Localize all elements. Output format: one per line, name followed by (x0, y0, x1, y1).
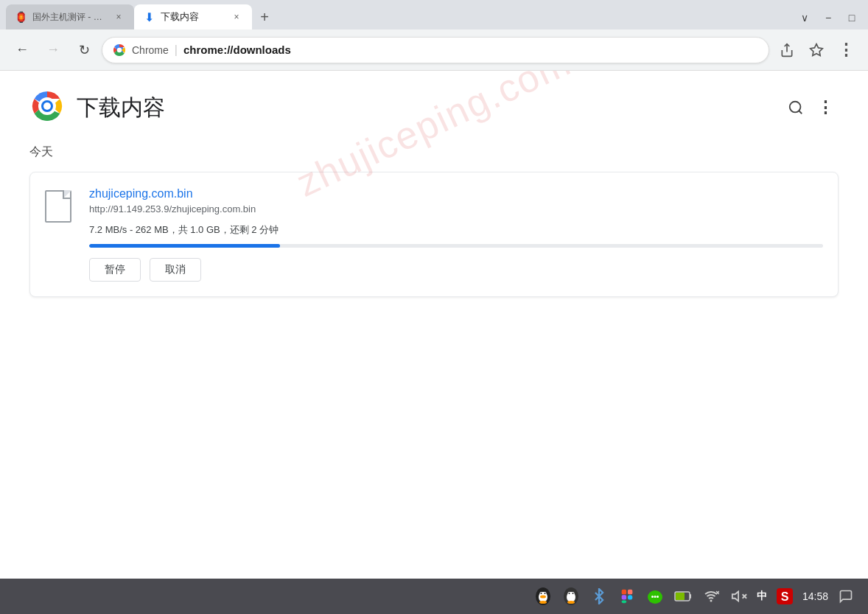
tab-label-2: 下载内容 (161, 10, 199, 24)
progress-bar-background (89, 244, 823, 248)
pause-button[interactable]: 暂停 (89, 258, 141, 282)
svg-point-23 (568, 593, 570, 594)
chrome-menu-button[interactable]: ⋮ (833, 37, 859, 63)
tab-label-1: 国外主机测评 - 国外... (32, 11, 106, 24)
svg-point-15 (540, 593, 542, 594)
header-actions: ⋮ (783, 94, 839, 121)
chevron-down-icon[interactable]: ∨ (794, 10, 815, 25)
more-menu-button[interactable]: ⋮ (812, 94, 839, 121)
downloads-title-group: 下载内容 (29, 88, 165, 127)
tab-close-1[interactable]: × (112, 10, 125, 24)
back-button[interactable]: ← (9, 37, 35, 63)
wifi-icon (701, 586, 721, 607)
taskbar: 中 S 14:58 (0, 579, 868, 614)
address-divider: | (175, 43, 178, 57)
svg-rect-26 (622, 590, 626, 594)
title-bar: 🏮 国外主机测评 - 国外... × ⬇ 下载内容 × + ∨ − □ (0, 0, 868, 29)
svg-rect-27 (628, 590, 632, 594)
nav-bar: ← → ↻ Chrome | chrome://downloads (0, 29, 868, 71)
antivirus-icon[interactable]: S (774, 586, 795, 607)
page-title: 下载内容 (77, 93, 165, 123)
maximize-button[interactable]: □ (841, 10, 862, 25)
download-status: 7.2 MB/s - 262 MB，共 1.0 GB，还剩 2 分钟 (89, 223, 823, 237)
chrome-logo-big (29, 88, 65, 127)
battery-icon (673, 586, 693, 607)
svg-line-10 (799, 111, 802, 114)
svg-point-17 (539, 601, 547, 604)
download-info: zhujiceping.com.bin http://91.149.253.9/… (89, 187, 823, 282)
tab-inactive[interactable]: 🏮 国外主机测评 - 国外... × (6, 4, 134, 29)
svg-text:S: S (781, 590, 789, 603)
address-url: chrome://downloads (183, 43, 291, 56)
tab-close-2[interactable]: × (230, 10, 243, 24)
search-button[interactable] (783, 94, 809, 121)
svg-point-24 (572, 593, 573, 594)
svg-point-33 (654, 596, 656, 598)
svg-point-32 (651, 596, 654, 598)
wechat-icon[interactable] (645, 586, 665, 607)
bookmark-button[interactable] (803, 37, 830, 63)
figma-icon[interactable] (617, 586, 637, 607)
svg-point-38 (710, 600, 712, 602)
download-filename[interactable]: zhujiceping.com.bin (89, 187, 823, 200)
forward-button: → (40, 37, 66, 63)
taskbar-icon-penguin1[interactable] (533, 586, 553, 607)
svg-point-25 (567, 601, 575, 604)
notification-button[interactable] (836, 586, 856, 607)
share-button[interactable] (774, 37, 800, 63)
taskbar-icon-penguin2[interactable] (561, 586, 581, 607)
tab-active[interactable]: ⬇ 下载内容 × (134, 4, 252, 29)
svg-rect-36 (690, 594, 691, 599)
svg-point-34 (657, 596, 659, 598)
tab-favicon-2: ⬇ (143, 11, 155, 23)
svg-rect-37 (676, 593, 685, 600)
file-icon-fold (64, 190, 71, 198)
system-time: 14:58 (802, 590, 828, 603)
svg-point-18 (540, 596, 546, 599)
address-bar[interactable]: Chrome | chrome://downloads (102, 37, 769, 63)
new-tab-button[interactable]: + (252, 4, 277, 29)
svg-point-30 (628, 595, 632, 599)
refresh-button[interactable]: ↻ (71, 37, 97, 63)
svg-point-9 (790, 102, 801, 113)
today-label: 今天 (29, 144, 839, 160)
svg-rect-29 (622, 601, 626, 604)
file-icon-body (45, 190, 71, 223)
downloads-header: 下载内容 ⋮ (29, 88, 839, 127)
nav-right-actions: ⋮ (774, 37, 859, 63)
address-brand: Chrome (132, 44, 169, 56)
volume-mute-icon[interactable] (729, 586, 749, 607)
download-actions: 暂停 取消 (89, 258, 823, 282)
progress-bar-fill (89, 244, 280, 248)
window-controls: ∨ − □ (794, 10, 862, 29)
download-card: zhujiceping.com.bin http://91.149.253.9/… (29, 172, 839, 297)
svg-point-2 (117, 47, 122, 52)
svg-point-16 (544, 593, 545, 594)
minimize-button[interactable]: − (818, 10, 839, 25)
page-content: zhujiceping.com 下载内容 (0, 71, 868, 579)
svg-point-8 (43, 102, 51, 110)
tab-favicon-1: 🏮 (15, 11, 27, 23)
download-url: http://91.149.253.9/zhujiceping.com.bin (89, 203, 823, 214)
bluetooth-icon[interactable] (589, 586, 609, 607)
language-indicator[interactable]: 中 (757, 590, 767, 603)
chrome-logo-small (113, 43, 126, 57)
cancel-button[interactable]: 取消 (150, 258, 201, 282)
svg-rect-28 (622, 595, 626, 599)
svg-marker-4 (811, 43, 823, 55)
file-icon (45, 190, 74, 226)
svg-marker-41 (732, 592, 738, 601)
